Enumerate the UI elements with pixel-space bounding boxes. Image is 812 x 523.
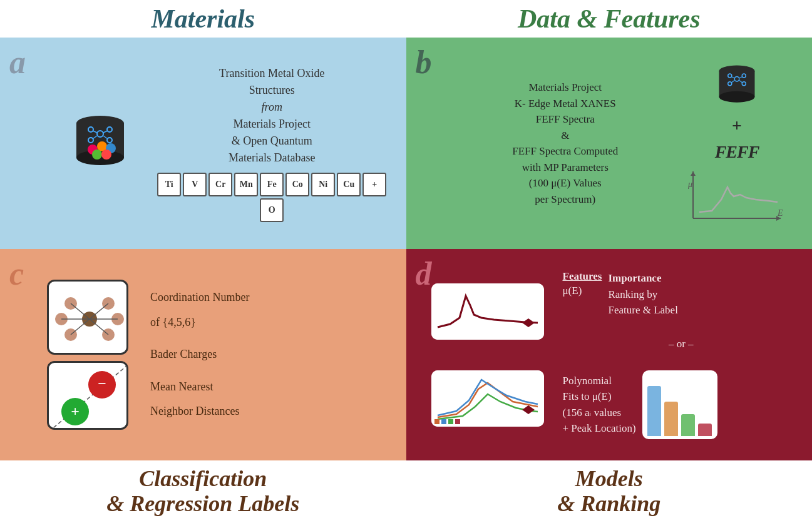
quad-b-right: + FEFF μ E (674, 50, 799, 236)
xanes-spectrum-1-svg (431, 283, 544, 340)
quad-d-label: d (416, 255, 432, 292)
bar-2 (664, 402, 678, 436)
materials-title: Materials (151, 4, 255, 34)
quad-d-left (419, 262, 557, 448)
footer-classification: Classification & Regression Labels (106, 467, 299, 516)
svg-text:μ: μ (687, 180, 692, 189)
footer-left: Classification & Regression Labels (0, 460, 406, 523)
coordination-diagram (47, 280, 128, 355)
element-o: O (260, 198, 284, 222)
features-section: Features μ(E) Importance Ranking by Feat… (563, 270, 800, 318)
quadrant-a: a (0, 38, 406, 249)
coord-diagram-svg (49, 282, 130, 357)
bottom-quadrant-row: c (0, 249, 812, 460)
bar-3 (681, 414, 695, 436)
mu-e-text: μ(E) (563, 283, 602, 299)
header-left: Materials (0, 0, 406, 38)
svg-text:E: E (777, 208, 783, 218)
poly-label: Polynomial (563, 373, 636, 389)
element-cu: Cu (337, 173, 361, 196)
header-right: Data & Features (406, 0, 813, 38)
quad-b-description: Materials Project K- Edge Metal XANES FE… (512, 79, 618, 207)
polynomial-section: Polynomial Fits to μ(E) (156 aᵢ values +… (563, 370, 800, 439)
svg-line-42 (71, 303, 90, 319)
poly-line3: (156 aᵢ values (563, 405, 636, 421)
xanes-spectrum-icon: μ E (687, 168, 787, 225)
quad-c-right: Coordination Number of {4,5,6} Bader Cha… (138, 262, 394, 448)
svg-rect-59 (455, 419, 460, 424)
quad-a-description: Transition Metal Oxide Structures from M… (219, 65, 324, 166)
header-row: Materials Data & Features (0, 0, 812, 38)
element-cr: Cr (208, 173, 232, 196)
svg-line-44 (71, 319, 90, 335)
top-quadrant-row: a (0, 38, 812, 249)
footer-models: Models & Ranking (557, 467, 660, 516)
poly-text-block: Polynomial Fits to μ(E) (156 aᵢ values +… (563, 373, 636, 437)
quad-a-right: Transition Metal Oxide Structures from M… (150, 50, 394, 236)
svg-line-48 (49, 363, 128, 430)
quad-d-right: Features μ(E) Importance Ranking by Feat… (557, 262, 800, 448)
svg-rect-53 (431, 283, 544, 340)
svg-text:+: + (71, 403, 80, 419)
bar-4 (698, 424, 712, 436)
quad-b-left: Materials Project K- Edge Metal XANES FE… (456, 50, 675, 236)
plus-icon: + (732, 116, 742, 136)
or-text: – or – (563, 336, 800, 352)
svg-rect-57 (441, 419, 446, 424)
quad-c-left: − + (13, 262, 138, 448)
svg-rect-58 (448, 419, 453, 424)
quad-a-left (50, 50, 150, 236)
svg-point-19 (719, 91, 755, 102)
element-co: Co (285, 173, 309, 196)
bar-1 (647, 386, 661, 436)
element-ti: Ti (157, 173, 181, 196)
quad-a-content: Transition Metal Oxide Structures from M… (13, 50, 394, 236)
element-boxes: Ti V Cr Mn Fe Co Ni Cu + O (150, 173, 394, 222)
bader-diagram: − + (47, 361, 128, 430)
element-ni: Ni (311, 173, 335, 196)
quadrant-d: d (406, 249, 813, 460)
svg-point-15 (92, 150, 102, 160)
main-container: Materials Data & Features a (0, 0, 812, 523)
quad-c-description: Coordination Number of {4,5,6} Bader Cha… (150, 285, 394, 424)
svg-marker-32 (691, 171, 696, 176)
poly-line2: Fits to μ(E) (563, 388, 636, 405)
xanes-box-2 (431, 370, 544, 427)
poly-line4: + Peak Location) (563, 420, 636, 437)
svg-line-43 (90, 303, 108, 319)
element-mn: Mn (234, 173, 258, 196)
xanes-spectrum-2-svg (431, 370, 544, 427)
importance-line2: Ranking by (608, 287, 677, 303)
svg-point-16 (101, 150, 111, 160)
features-label: Features (563, 270, 602, 283)
quad-b-label: b (416, 44, 432, 81)
svg-rect-56 (434, 419, 439, 424)
feff-logo: FEFF (715, 142, 759, 162)
footer-right: Models & Ranking (406, 460, 813, 523)
importance-text-block: Importance Ranking by Feature & Label (608, 270, 677, 318)
quad-b-content: Materials Project K- Edge Metal XANES FE… (419, 50, 800, 236)
xanes-box-1 (431, 283, 544, 340)
footer-row: Classification & Regression Labels Model… (0, 460, 812, 523)
element-v: V (183, 173, 207, 196)
element-fe: Fe (260, 173, 284, 196)
svg-line-45 (90, 319, 108, 335)
quad-a-label: a (9, 44, 26, 81)
features-text-block: Features μ(E) (563, 270, 602, 299)
element-plus: + (362, 173, 386, 196)
data-features-title: Data & Features (518, 4, 701, 34)
bar-chart-box (642, 370, 717, 439)
importance-title: Importance (608, 270, 677, 287)
bader-diagram-svg: − + (49, 363, 128, 430)
quadrant-c: c (0, 249, 406, 460)
importance-line3: Feature & Label (608, 302, 677, 318)
svg-text:−: − (98, 375, 106, 392)
database-cylinder-icon (72, 112, 128, 175)
quad-c-label: c (9, 255, 24, 292)
quad-b-cylinder-icon (715, 63, 759, 109)
quadrant-b: b Materials Project K- Edge Metal XANES … (406, 38, 813, 249)
